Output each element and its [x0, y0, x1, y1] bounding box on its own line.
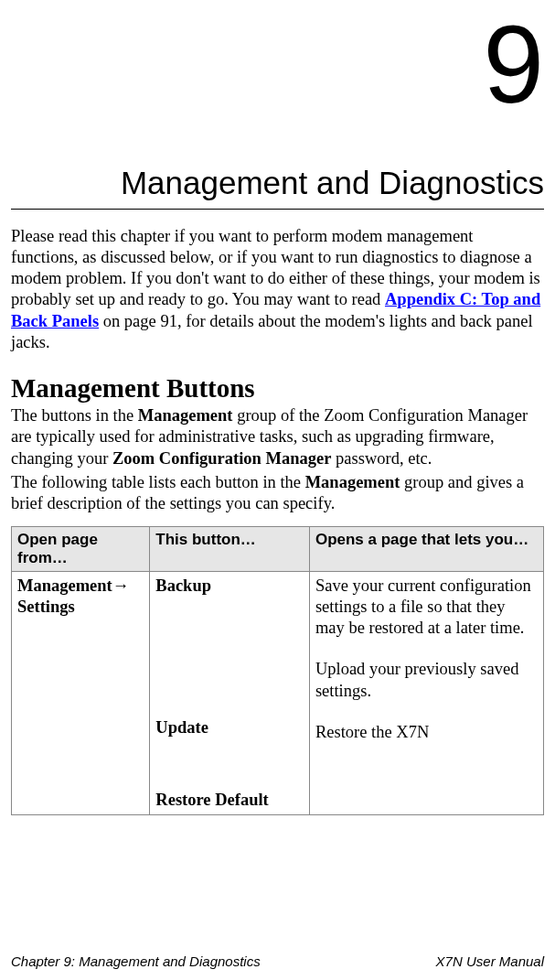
intro-paragraph: Please read this chapter if you want to …	[11, 226, 544, 353]
text-bold: Management	[138, 406, 233, 425]
body-paragraph-1: The buttons in the Management group of t…	[11, 405, 544, 470]
text-bold: Management	[305, 473, 400, 491]
open-from-prefix: Management	[17, 576, 112, 595]
open-from-suffix: Settings	[17, 598, 75, 616]
table-header-open-from: Open page from…	[12, 527, 150, 572]
arrow-icon: →	[112, 576, 130, 595]
desc-restore: Restore the X7N	[315, 722, 538, 743]
table-header-opens-page: Opens a page that lets you…	[309, 527, 543, 572]
page-footer: Chapter 9: Management and Diagnostics X7…	[11, 953, 544, 969]
cell-buttons: Backup Update Restore Default	[150, 572, 310, 815]
button-label-restore: Restore Default	[155, 790, 304, 811]
button-label-update: Update	[155, 717, 304, 738]
body-paragraph-2: The following table lists each button in…	[11, 472, 544, 515]
text-run: The buttons in the	[11, 406, 138, 425]
cell-open-from: Management→Settings	[12, 572, 150, 815]
chapter-number: 9	[11, 9, 544, 119]
management-buttons-table: Open page from… This button… Opens a pag…	[11, 526, 544, 815]
table-header-this-button: This button…	[150, 527, 310, 572]
desc-update: Upload your previously saved settings.	[315, 659, 538, 701]
table-header-row: Open page from… This button… Opens a pag…	[12, 527, 544, 572]
text-run: password, etc.	[331, 449, 432, 468]
desc-backup: Save your current configuration settings…	[315, 576, 538, 639]
text-bold: Zoom Configuration Manager	[112, 449, 331, 468]
footer-left: Chapter 9: Management and Diagnostics	[11, 953, 261, 969]
table-row: Management→Settings Backup Update Restor…	[12, 572, 544, 815]
text-run: The following table lists each button in…	[11, 473, 305, 491]
button-label-backup: Backup	[155, 576, 304, 597]
cell-descriptions: Save your current configuration settings…	[309, 572, 543, 815]
chapter-title: Management and Diagnostics	[11, 165, 544, 210]
section-heading: Management Buttons	[11, 373, 544, 404]
footer-right: X7N User Manual	[436, 953, 544, 969]
